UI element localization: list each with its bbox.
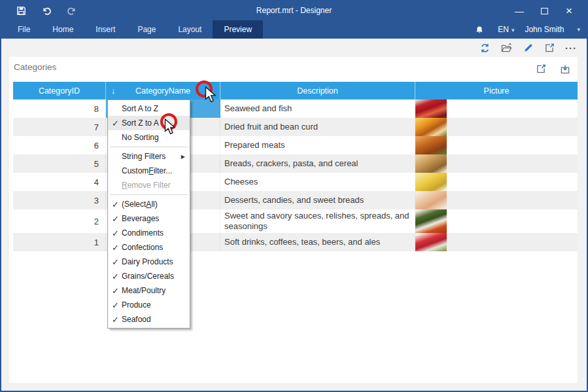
refresh-icon[interactable] (477, 41, 493, 55)
food-photo-confections (415, 191, 447, 209)
cursor-arrow-icon (205, 86, 216, 103)
check-icon: ✓ (111, 214, 120, 224)
cell-picture (415, 209, 578, 233)
user-name[interactable]: John Smith (525, 25, 564, 34)
menu-item-select-all[interactable]: ✓ (Select All) (108, 197, 190, 211)
check-icon: ✓ (111, 300, 120, 310)
language-label: EN (498, 25, 509, 34)
check-icon: ✓ (111, 228, 120, 238)
menu-item-custom-filter[interactable]: Custom Filter... (108, 164, 190, 178)
cell-description: Cheeses (220, 173, 415, 191)
cell-description: Soft drinks, coffees, teas, beers, and a… (220, 233, 415, 251)
check-icon: ✓ (111, 200, 120, 209)
tab-layout[interactable]: Layout (167, 20, 213, 39)
cell-description: Breads, crackers, pasta, and cereal (220, 154, 415, 173)
menu-item-confections[interactable]: ✓ Confections (108, 240, 190, 255)
cell-category-id: 1 (13, 233, 106, 251)
cell-description: Sweet and savory sauces, relishes, sprea… (220, 209, 415, 233)
tab-preview[interactable]: Preview (213, 20, 263, 39)
designer-window: Report.mrt - Designer — × File Home Inse… (0, 0, 588, 392)
cell-description: Dried fruit and bean curd (220, 118, 415, 136)
table-row: 8 Seaweed and fish (13, 99, 578, 118)
cell-picture (415, 99, 578, 118)
more-options-icon[interactable]: ··· (563, 41, 579, 55)
download-icon[interactable] (557, 62, 573, 76)
cell-category-id: 5 (13, 154, 106, 173)
check-icon: ✓ (111, 257, 120, 267)
food-photo-dairy (415, 173, 447, 191)
food-photo-produce (415, 118, 447, 136)
food-photo-seafood (415, 99, 447, 118)
sort-descending-icon: ↓ (111, 86, 116, 96)
menu-item-produce[interactable]: ✓ Produce (108, 298, 190, 312)
report-preview-page: Categories CategoryID ↓ CategoryName Des… (9, 57, 578, 383)
minimize-button[interactable]: — (507, 1, 532, 20)
fullscreen-icon[interactable] (542, 41, 557, 55)
menu-item-string-filters[interactable]: String Filters ▶ (108, 149, 190, 164)
cell-category-id: 4 (13, 173, 106, 191)
column-header-picture[interactable]: Picture (415, 82, 578, 99)
menu-item-dairy-products[interactable]: ✓ Dairy Products (108, 255, 190, 269)
cell-picture (415, 233, 578, 251)
menu-item-no-sorting[interactable]: No Sorting (108, 130, 190, 145)
menu-item-meat-poultry[interactable]: ✓ Meat/Poultry (108, 283, 190, 298)
cursor-arrow-icon (164, 118, 176, 135)
cell-category-id: 3 (13, 191, 106, 209)
cell-category-id: 7 (13, 118, 106, 136)
cell-category-id: 8 (13, 99, 106, 118)
check-icon: ✓ (111, 272, 120, 281)
user-menu-chevron-icon[interactable]: ▾ (577, 26, 580, 33)
table-row: 5 Breads, crackers, pasta, and cereal (13, 154, 578, 173)
maximize-button[interactable] (532, 1, 557, 20)
cell-picture (415, 154, 578, 173)
title-bar: Report.mrt - Designer — × (1, 1, 587, 20)
report-title: Categories (14, 62, 56, 72)
cell-description: Seaweed and fish (220, 99, 415, 118)
submenu-arrow-icon: ▶ (181, 154, 185, 160)
maximize-icon (541, 8, 548, 14)
menu-item-sort-z-to-a[interactable]: ✓ Sort Z to A (108, 116, 190, 130)
cell-category-id: 6 (13, 136, 106, 154)
table-row: 3 Desserts, candies, and sweet breads (13, 191, 578, 209)
edit-pencil-icon[interactable] (520, 41, 536, 55)
notifications-bell-icon[interactable] (472, 22, 487, 37)
check-icon: ✓ (111, 118, 120, 128)
window-title: Report.mrt - Designer (1, 1, 587, 20)
table-row: 6 Prepared meats (13, 136, 578, 154)
menu-item-condiments[interactable]: ✓ Condiments (108, 226, 190, 240)
preview-toolbar: ··· (1, 39, 587, 57)
column-header-categoryid[interactable]: CategoryID (13, 82, 106, 99)
chevron-down-icon: ▾ (511, 27, 515, 33)
tab-insert[interactable]: Insert (84, 20, 126, 39)
menu-item-remove-filter: Remove Filter (108, 178, 190, 192)
tab-page[interactable]: Page (126, 20, 167, 39)
language-selector[interactable]: EN▾ (498, 25, 514, 34)
table-row: 7 Dried fruit and bean curd (13, 118, 578, 136)
food-photo-beverages (415, 233, 447, 251)
menu-item-grains-cereals[interactable]: ✓ Grains/Cereals (108, 269, 190, 283)
ribbon-tab-bar: File Home Insert Page Layout Preview EN▾… (1, 20, 587, 39)
cell-picture (415, 191, 578, 209)
table-row: 2 Sweet and savory sauces, relishes, spr… (13, 209, 578, 233)
tab-file[interactable]: File (7, 20, 41, 39)
cell-category-id: 2 (13, 209, 106, 233)
column-filter-context-menu: Sort A to Z ✓ Sort Z to A No Sorting Str… (107, 99, 190, 329)
column-header-description[interactable]: Description (220, 82, 415, 99)
cell-picture (415, 118, 578, 136)
open-folder-icon[interactable] (498, 41, 514, 55)
menu-item-seafood[interactable]: ✓ Seafood (108, 312, 190, 327)
tab-home[interactable]: Home (41, 20, 84, 39)
menu-item-sort-a-to-z[interactable]: Sort A to Z (108, 101, 190, 116)
categories-table: CategoryID ↓ CategoryName Description Pi… (13, 82, 578, 251)
menu-item-beverages[interactable]: ✓ Beverages (108, 211, 190, 226)
open-new-window-icon[interactable] (533, 62, 549, 76)
table-row: 1 Soft drinks, coffees, teas, beers, and… (13, 233, 578, 251)
menu-separator (110, 147, 188, 147)
cell-picture (415, 136, 578, 154)
close-button[interactable]: × (557, 1, 581, 20)
table-row: 4 Cheeses (13, 173, 578, 191)
check-icon: ✓ (111, 315, 120, 325)
cell-description: Prepared meats (220, 136, 415, 154)
check-icon: ✓ (111, 286, 120, 296)
cell-description: Desserts, candies, and sweet breads (220, 191, 415, 209)
